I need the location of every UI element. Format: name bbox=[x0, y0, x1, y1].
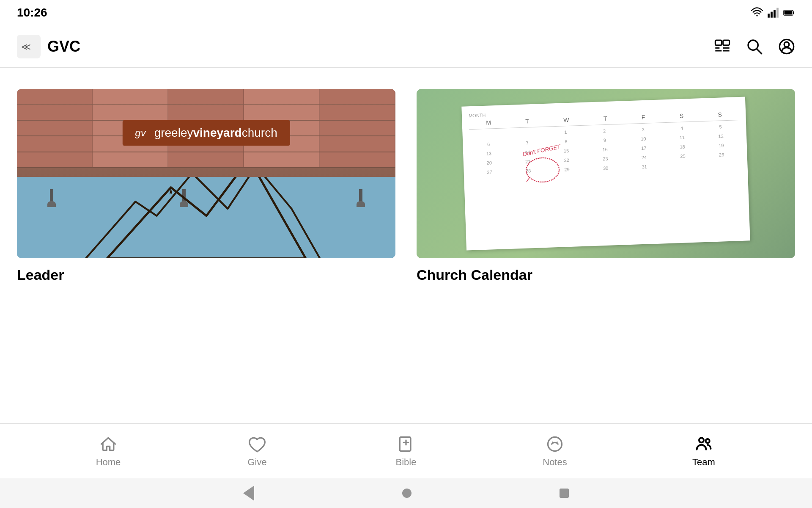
status-time: 10:26 bbox=[17, 6, 47, 19]
back-button[interactable] bbox=[243, 486, 254, 501]
leader-card-image: gv greeleyvineyardchurch bbox=[17, 89, 395, 258]
main-content: gv greeleyvineyardchurch bbox=[0, 68, 812, 423]
battery-icon bbox=[783, 7, 795, 19]
logo-icon: ≪ bbox=[20, 41, 37, 52]
svg-rect-4 bbox=[776, 8, 779, 17]
give-icon bbox=[248, 435, 266, 453]
nav-item-team[interactable]: Team bbox=[674, 435, 733, 468]
search-icon[interactable] bbox=[746, 38, 763, 55]
chat-icon[interactable] bbox=[714, 38, 731, 55]
blue-wall bbox=[17, 177, 395, 258]
svg-rect-6 bbox=[793, 11, 794, 14]
svg-text:≪: ≪ bbox=[21, 41, 31, 52]
leader-card[interactable]: gv greeleyvineyardchurch bbox=[17, 89, 395, 283]
svg-point-28 bbox=[699, 438, 704, 442]
svg-line-21 bbox=[527, 177, 530, 182]
calendar-grid: 12345 6789101112 13141516171819 20212223… bbox=[469, 122, 741, 177]
team-icon bbox=[694, 435, 713, 453]
nav-item-bible[interactable]: Bible bbox=[376, 435, 436, 468]
home-button[interactable] bbox=[402, 489, 411, 498]
svg-rect-7 bbox=[785, 11, 792, 15]
leader-card-title: Leader bbox=[17, 267, 395, 283]
svg-point-26 bbox=[552, 441, 553, 442]
svg-text:Don't FORGET: Don't FORGET bbox=[522, 143, 562, 157]
app-title: GVC bbox=[47, 38, 80, 55]
calendar-bg: MONTH M T W T F S S 12345 bbox=[417, 89, 795, 258]
brick-wall: gv greeleyvineyardchurch bbox=[17, 89, 395, 177]
nav-item-home[interactable]: Home bbox=[79, 435, 138, 468]
lamp-1 bbox=[47, 189, 56, 207]
bible-icon bbox=[397, 435, 415, 453]
mountain-silhouette bbox=[64, 177, 348, 258]
nav-label-notes: Notes bbox=[543, 457, 567, 468]
svg-rect-1 bbox=[768, 14, 770, 17]
home-icon bbox=[99, 435, 118, 453]
recents-button[interactable] bbox=[560, 489, 569, 498]
svg-point-29 bbox=[706, 439, 710, 443]
svg-point-18 bbox=[784, 42, 789, 47]
cards-grid: gv greeleyvineyardchurch bbox=[17, 89, 795, 283]
nav-label-home: Home bbox=[96, 457, 121, 468]
svg-point-0 bbox=[756, 15, 758, 17]
church-sign: gv greeleyvineyardchurch bbox=[122, 120, 290, 146]
app-bar-actions bbox=[714, 38, 795, 55]
notes-icon bbox=[546, 435, 564, 453]
signal-icon bbox=[767, 7, 779, 19]
dont-forget-annotation: Don't FORGET bbox=[520, 143, 572, 187]
svg-rect-2 bbox=[771, 12, 773, 18]
svg-rect-9 bbox=[715, 40, 721, 45]
nav-label-give: Give bbox=[247, 457, 266, 468]
svg-rect-10 bbox=[723, 40, 730, 45]
church-calendar-image: MONTH M T W T F S S 12345 bbox=[417, 89, 795, 258]
svg-point-27 bbox=[557, 441, 558, 442]
nav-item-give[interactable]: Give bbox=[228, 435, 287, 468]
app-bar-left: ≪ GVC bbox=[17, 35, 80, 58]
app-logo[interactable]: ≪ bbox=[17, 35, 41, 58]
church-calendar-card-title: Church Calendar bbox=[417, 267, 795, 283]
system-nav bbox=[0, 478, 812, 508]
wifi-icon bbox=[751, 7, 763, 19]
svg-rect-3 bbox=[774, 10, 776, 18]
svg-line-16 bbox=[757, 49, 762, 53]
svg-point-20 bbox=[526, 157, 560, 183]
app-bar: ≪ GVC bbox=[0, 25, 812, 68]
leader-bg: gv greeleyvineyardchurch bbox=[17, 89, 395, 258]
calendar-paper: MONTH M T W T F S S 12345 bbox=[461, 97, 750, 250]
nav-item-notes[interactable]: Notes bbox=[525, 435, 584, 468]
nav-label-bible: Bible bbox=[396, 457, 417, 468]
bottom-nav: Home Give Bible Notes bbox=[0, 423, 812, 478]
church-calendar-card[interactable]: MONTH M T W T F S S 12345 bbox=[417, 89, 795, 283]
status-icons bbox=[751, 7, 795, 19]
profile-icon[interactable] bbox=[778, 38, 795, 55]
svg-point-25 bbox=[548, 437, 562, 451]
svg-rect-22 bbox=[400, 437, 411, 451]
lamp-3 bbox=[357, 189, 365, 207]
nav-label-team: Team bbox=[692, 457, 715, 468]
status-bar: 10:26 bbox=[0, 0, 812, 25]
